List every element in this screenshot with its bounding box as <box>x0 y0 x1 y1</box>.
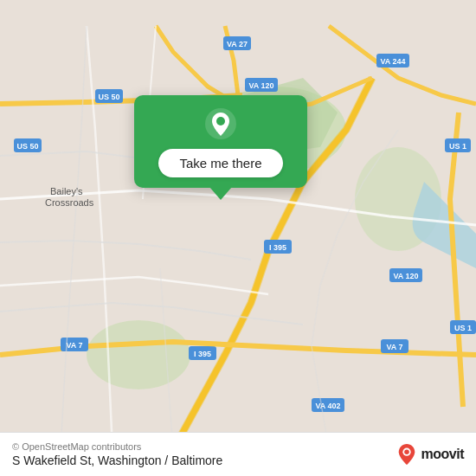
svg-text:US 1: US 1 <box>449 142 466 151</box>
svg-text:US 50: US 50 <box>16 142 38 151</box>
svg-text:US 50: US 50 <box>98 93 119 101</box>
svg-text:VA 244: VA 244 <box>380 57 405 66</box>
location-label: S Wakefield St, Washington / Baltimore <box>12 453 222 467</box>
bottom-bar: © OpenStreetMap contributors S Wakefield… <box>0 432 476 476</box>
map-background: I 395 I 395 VA 7 VA 7 US 50 VA 27 VA 120… <box>0 0 476 476</box>
svg-text:I 395: I 395 <box>194 350 211 358</box>
location-pin-icon <box>204 107 237 140</box>
svg-point-36 <box>404 449 409 454</box>
location-popup: Take me there <box>134 95 307 188</box>
svg-text:Bailey's: Bailey's <box>50 186 83 196</box>
svg-point-34 <box>216 117 225 125</box>
svg-text:VA 120: VA 120 <box>393 272 418 280</box>
svg-text:US 1: US 1 <box>454 324 472 332</box>
moovit-logo: moovit <box>397 443 464 466</box>
svg-text:VA 27: VA 27 <box>227 40 248 48</box>
map-container: I 395 I 395 VA 7 VA 7 US 50 VA 27 VA 120… <box>0 0 476 476</box>
svg-text:VA 120: VA 120 <box>248 81 273 90</box>
svg-point-2 <box>87 320 190 389</box>
svg-text:VA 7: VA 7 <box>66 341 82 350</box>
map-attribution: © OpenStreetMap contributors <box>12 441 222 452</box>
moovit-brand-text: moovit <box>421 447 464 462</box>
svg-text:I 395: I 395 <box>269 243 286 252</box>
take-me-there-button[interactable]: Take me there <box>158 149 282 177</box>
svg-text:Crossroads: Crossroads <box>45 197 94 208</box>
svg-text:VA 402: VA 402 <box>315 402 340 410</box>
moovit-pin-icon <box>397 443 416 466</box>
svg-text:VA 7: VA 7 <box>386 343 402 351</box>
